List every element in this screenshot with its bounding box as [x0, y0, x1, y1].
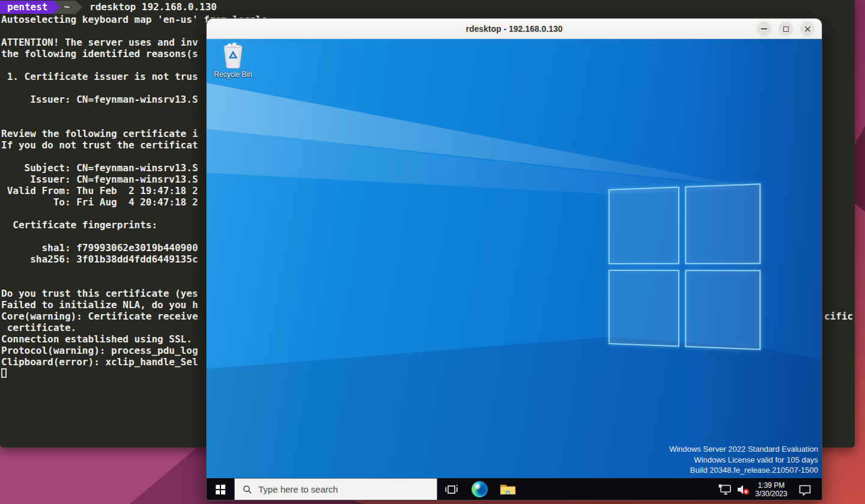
- minimize-icon: [761, 28, 767, 29]
- maximize-icon: [783, 26, 789, 32]
- windows-logo-pane: [609, 270, 679, 347]
- close-icon: [804, 26, 811, 32]
- maximize-button[interactable]: [778, 22, 793, 36]
- action-center-button[interactable]: [793, 478, 817, 500]
- window-title: rdesktop - 192.168.0.130: [207, 24, 822, 34]
- windows-start-icon: [216, 484, 225, 494]
- prompt-user-badge: pentest: [0, 1, 53, 14]
- search-icon: [243, 485, 252, 494]
- terminal-cursor: [1, 368, 7, 378]
- windows-logo-pane: [685, 183, 761, 264]
- close-button[interactable]: [800, 22, 815, 36]
- recycle-bin-icon: [220, 42, 246, 70]
- windows-logo-pane: [685, 270, 761, 350]
- tray-clock[interactable]: 1:39 PM 3/30/2023: [752, 478, 791, 500]
- remote-desktop: Recycle Bin Windows Server 2022 Standard…: [207, 39, 822, 500]
- windows-logo-wallpaper: [609, 183, 760, 350]
- volume-tray-icon[interactable]: [734, 478, 752, 500]
- file-explorer-button[interactable]: [494, 478, 522, 500]
- text-line: Windows License valid for 105 days: [566, 455, 818, 466]
- terminal-command: rdesktop 192.168.0.130: [82, 1, 217, 14]
- microsoft-edge-icon: [472, 481, 488, 497]
- search-input[interactable]: [258, 484, 426, 494]
- start-button[interactable]: [207, 478, 234, 500]
- titlebar[interactable]: rdesktop - 192.168.0.130: [207, 19, 822, 39]
- remote-taskbar: 1:39 PM 3/30/2023: [207, 478, 822, 500]
- edge-browser-button[interactable]: [466, 478, 494, 500]
- file-explorer-icon: [500, 483, 516, 496]
- minimize-button[interactable]: [757, 22, 771, 36]
- text-line: Windows Server 2022 Standard Evaluation: [566, 444, 818, 455]
- terminal-output-fragment: cific: [824, 311, 853, 322]
- tray-time: 1:39 PM: [758, 481, 785, 490]
- action-center-icon: [798, 483, 812, 496]
- recycle-bin-shortcut[interactable]: Recycle Bin: [211, 42, 255, 79]
- terminal-prompt: pentest ~ rdesktop 192.168.0.130: [0, 1, 217, 14]
- taskbar-search-box[interactable]: [234, 478, 437, 500]
- network-tray-icon[interactable]: [716, 478, 734, 500]
- task-view-button[interactable]: [437, 478, 466, 500]
- text-line: Build 20348.fe_release.210507-1500: [566, 465, 818, 476]
- recycle-bin-label: Recycle Bin: [211, 70, 255, 79]
- task-view-icon: [445, 483, 458, 496]
- host-desktop: { "colors": { "terminal_bg": "#282822", …: [0, 0, 865, 504]
- rdesktop-window: rdesktop - 192.168.0.130: [206, 18, 822, 500]
- window-controls: [757, 22, 815, 36]
- tray-date: 3/30/2023: [755, 490, 787, 498]
- powerline-arrow-icon: [76, 1, 82, 14]
- network-ethernet-icon: [718, 483, 732, 496]
- volume-muted-icon: [736, 483, 750, 496]
- eval-watermark: Windows Server 2022 Standard EvaluationW…: [566, 444, 818, 476]
- prompt-dir-badge: ~: [53, 1, 76, 14]
- powerline-arrow-icon: [53, 1, 60, 14]
- windows-logo-pane: [609, 186, 679, 264]
